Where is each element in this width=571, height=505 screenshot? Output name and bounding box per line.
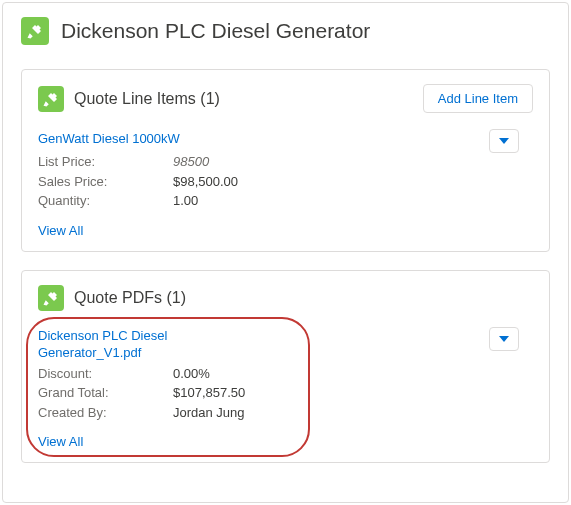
discount-row: Discount: 0.00% <box>38 364 533 384</box>
line-items-view-all-link[interactable]: View All <box>38 223 83 238</box>
quote-line-items-card: Quote Line Items (1) Add Line Item GenWa… <box>21 69 550 252</box>
tags-icon <box>38 285 64 311</box>
pdfs-title: Quote PDFs (1) <box>74 289 533 307</box>
line-item-link[interactable]: GenWatt Diesel 1000kW <box>38 131 180 146</box>
add-line-item-button[interactable]: Add Line Item <box>423 84 533 113</box>
chevron-down-icon <box>499 138 509 144</box>
page-container: Dickenson PLC Diesel Generator Quote Lin… <box>2 2 569 503</box>
quote-pdfs-card: Quote PDFs (1) Dickenson PLC Diesel Gene… <box>21 270 550 464</box>
created-by-value: Jordan Jung <box>173 403 245 423</box>
line-items-body: GenWatt Diesel 1000kW List Price: 98500 … <box>38 129 533 239</box>
sales-price-label: Sales Price: <box>38 172 173 192</box>
list-price-value: 98500 <box>173 152 209 172</box>
pdf-name-block: Dickenson PLC Diesel Generator_V1.pdf <box>38 327 178 364</box>
sales-price-value: $98,500.00 <box>173 172 238 192</box>
line-items-count: (1) <box>200 90 220 107</box>
quantity-label: Quantity: <box>38 191 173 211</box>
pdf-link[interactable]: Dickenson PLC Diesel Generator_V1.pdf <box>38 327 178 362</box>
pdfs-body: Dickenson PLC Diesel Generator_V1.pdf Di… <box>38 327 533 451</box>
chevron-down-icon <box>499 336 509 342</box>
line-item-actions-button[interactable] <box>489 129 519 153</box>
grand-total-value: $107,857.50 <box>173 383 245 403</box>
list-price-row: List Price: 98500 <box>38 152 533 172</box>
created-by-row: Created By: Jordan Jung <box>38 403 533 423</box>
line-items-label: Quote Line Items <box>74 90 196 107</box>
list-price-label: List Price: <box>38 152 173 172</box>
grand-total-label: Grand Total: <box>38 383 173 403</box>
quantity-value: 1.00 <box>173 191 198 211</box>
pdfs-view-all-link[interactable]: View All <box>38 434 83 449</box>
pdfs-label: Quote PDFs <box>74 289 162 306</box>
page-header: Dickenson PLC Diesel Generator <box>3 3 568 59</box>
discount-value: 0.00% <box>173 364 210 384</box>
page-title: Dickenson PLC Diesel Generator <box>61 19 370 43</box>
discount-label: Discount: <box>38 364 173 384</box>
tags-icon <box>38 86 64 112</box>
quantity-row: Quantity: 1.00 <box>38 191 533 211</box>
sales-price-row: Sales Price: $98,500.00 <box>38 172 533 192</box>
quote-icon <box>21 17 49 45</box>
pdfs-header: Quote PDFs (1) <box>38 285 533 311</box>
line-items-header: Quote Line Items (1) Add Line Item <box>38 84 533 113</box>
grand-total-row: Grand Total: $107,857.50 <box>38 383 533 403</box>
pdfs-count: (1) <box>166 289 186 306</box>
content-area: Quote Line Items (1) Add Line Item GenWa… <box>3 69 568 481</box>
created-by-label: Created By: <box>38 403 173 423</box>
line-items-title: Quote Line Items (1) <box>74 90 423 108</box>
pdf-actions-button[interactable] <box>489 327 519 351</box>
